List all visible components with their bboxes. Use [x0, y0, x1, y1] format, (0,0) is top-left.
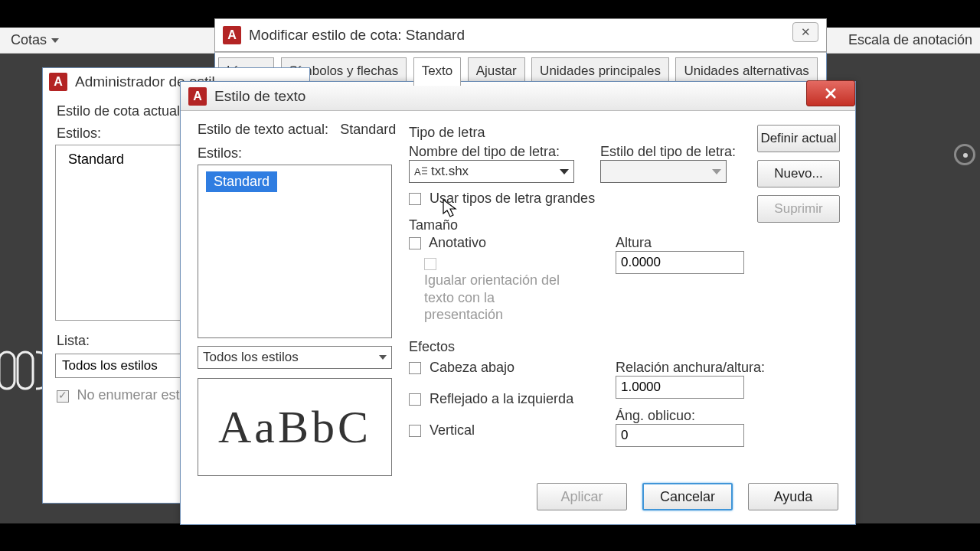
app-icon: A: [223, 26, 241, 44]
oblique-angle-input[interactable]: [616, 424, 744, 447]
text-styles-listbox[interactable]: Standard: [198, 165, 392, 338]
close-button[interactable]: [806, 80, 855, 106]
height-label: Altura: [616, 235, 744, 251]
oblique-angle-label: Áng. oblicuo:: [616, 408, 765, 424]
app-icon: A: [188, 87, 207, 106]
annotative-checkbox[interactable]: [409, 237, 421, 249]
chevron-down-icon: [560, 169, 569, 174]
font-name-value: txt.shx: [431, 164, 469, 179]
vertical-checkbox[interactable]: [409, 425, 421, 437]
new-button[interactable]: Nuevo...: [757, 160, 840, 187]
style-filter-value: Todos los estilos: [203, 350, 299, 365]
font-name-label: Nombre del tipo de letra:: [409, 144, 574, 160]
text-style-titlebar[interactable]: A Estilo de texto: [181, 82, 855, 111]
no-enumerate-checkbox[interactable]: ✓: [57, 390, 69, 403]
chevron-down-icon: [379, 355, 387, 360]
annotative-label: Anotativo: [429, 235, 486, 250]
font-style-label: Estilo del tipo de letra:: [600, 144, 736, 160]
use-big-fonts-label: Usar tipos de letra grandes: [430, 191, 595, 206]
font-preview: AaBbC: [198, 378, 392, 476]
help-button[interactable]: Ayuda: [748, 483, 838, 510]
backwards-label: Reflejado a la izquierda: [430, 391, 573, 406]
font-name-dropdown[interactable]: A txt.shx: [409, 160, 574, 183]
effects-group-label: Efectos: [409, 339, 838, 355]
menu-cotas[interactable]: Cotas: [0, 28, 70, 53]
apply-button[interactable]: Aplicar: [537, 483, 627, 510]
use-big-fonts-checkbox[interactable]: [409, 193, 421, 205]
app-icon: A: [49, 73, 67, 91]
vertical-label: Vertical: [430, 422, 475, 438]
match-orientation-label: Igualar orientación del texto con la pre…: [424, 272, 570, 324]
current-text-style-label: Estilo de texto actual:: [198, 122, 328, 137]
svg-rect-1: [18, 352, 33, 389]
list-filter-value: Todos los estilos: [62, 358, 158, 373]
text-style-dialog: A Estilo de texto Estilo de texto actual…: [180, 81, 856, 525]
viewcube-handle[interactable]: [954, 144, 975, 165]
styles-label: Estilos:: [198, 145, 397, 161]
chevron-down-icon: [51, 38, 59, 43]
current-text-style-value: Standard: [340, 122, 396, 137]
style-item-standard[interactable]: Standard: [206, 171, 277, 192]
width-factor-label: Relación anchura/altura:: [616, 360, 765, 376]
delete-button[interactable]: Suprimir: [757, 195, 840, 223]
set-current-button[interactable]: Definir actual: [757, 125, 840, 152]
match-orientation-checkbox: [424, 258, 436, 270]
tab-unidades-principales[interactable]: Unidades principales: [531, 57, 669, 83]
tab-ajustar[interactable]: Ajustar: [468, 57, 525, 83]
backwards-checkbox[interactable]: [409, 393, 421, 406]
text-style-title: Estilo de texto: [214, 88, 305, 105]
close-icon: [824, 86, 838, 100]
style-item-standard[interactable]: Standard: [68, 152, 124, 167]
font-style-dropdown[interactable]: [600, 160, 727, 183]
dim-style-dialog-titlebar: A Modificar estilo de cota: Standard ✕: [214, 18, 827, 52]
tab-unidades-alternativas[interactable]: Unidades alternativas: [675, 57, 817, 83]
svg-text:A: A: [414, 166, 421, 178]
upside-down-checkbox[interactable]: [409, 362, 421, 374]
style-filter-dropdown[interactable]: Todos los estilos: [198, 346, 392, 369]
dim-style-dialog-title: Modificar estilo de cota: Standard: [249, 27, 465, 44]
font-preview-text: AaBbC: [218, 401, 371, 454]
upside-down-label: Cabeza abajo: [430, 360, 514, 375]
shx-font-icon: A: [414, 165, 428, 178]
close-button[interactable]: ✕: [792, 22, 818, 42]
annotation-scale-label[interactable]: Escala de anotación: [848, 32, 972, 48]
cancel-button[interactable]: Cancelar: [642, 483, 733, 510]
menu-cotas-label: Cotas: [11, 32, 47, 47]
width-factor-input[interactable]: [616, 376, 744, 399]
height-input[interactable]: [616, 251, 744, 274]
tab-texto[interactable]: Texto: [413, 57, 462, 86]
chevron-down-icon: [712, 169, 721, 174]
svg-rect-0: [0, 352, 15, 389]
